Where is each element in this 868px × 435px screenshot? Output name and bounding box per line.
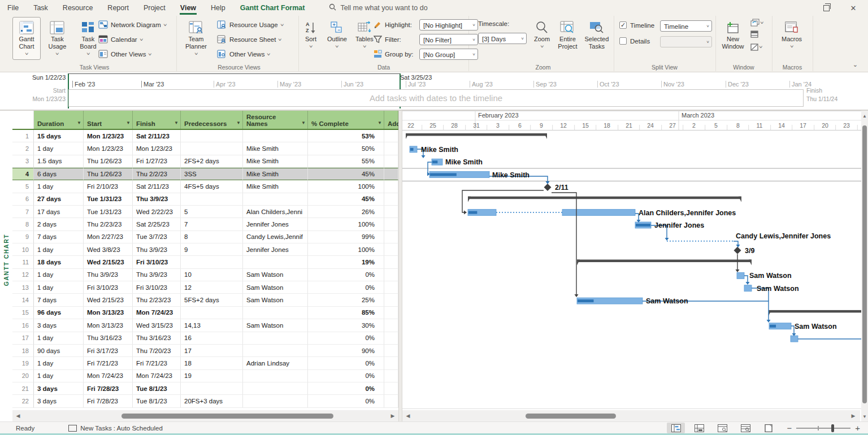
finish-cell[interactable]: Sat 2/11/23	[133, 130, 181, 142]
column-filter-icon[interactable]: ▼	[377, 120, 382, 127]
column-filter-icon[interactable]: ▼	[126, 120, 131, 127]
row-number-cell[interactable]: 18	[12, 345, 34, 357]
predecessors-cell[interactable]: 18	[181, 357, 243, 369]
table-chart-splitter[interactable]	[398, 111, 402, 421]
predecessors-cell[interactable]: 3SS	[181, 168, 243, 180]
zoom-slider-thumb[interactable]	[831, 424, 834, 432]
duration-cell[interactable]: 96 days	[34, 307, 84, 319]
menu-file[interactable]: File	[0, 0, 26, 16]
finish-cell[interactable]: Thu 7/20/23	[133, 345, 181, 357]
add-column-cell[interactable]	[384, 370, 398, 382]
entire-project-button[interactable]: Entire Project	[555, 17, 580, 60]
predecessors-cell[interactable]: 7	[181, 218, 243, 230]
zoom-slider[interactable]	[796, 424, 850, 432]
team-planner-view-shortcut[interactable]	[713, 423, 731, 433]
scroll-left-arrow[interactable]: ◀	[403, 411, 413, 420]
pct-complete-cell[interactable]: 0%	[308, 269, 384, 281]
network-diagram-button[interactable]: Network Diagram˅	[98, 18, 167, 32]
resource-names-cell[interactable]: Mike Smith	[243, 155, 308, 168]
start-cell[interactable]: Mon 2/27/23	[84, 231, 133, 243]
outline-button[interactable]: +− Outline˅	[324, 17, 350, 60]
pct-complete-cell[interactable]: 0%	[308, 370, 384, 382]
duration-cell[interactable]: 90 days	[34, 345, 84, 357]
pct-complete-cell[interactable]: 25%	[308, 294, 384, 306]
row-number-cell[interactable]: 10	[12, 243, 34, 256]
gantt-summary-bar[interactable]	[468, 197, 741, 199]
tell-me-search[interactable]: Tell me what you want to do	[329, 3, 427, 12]
add-column-cell[interactable]	[384, 142, 398, 155]
zoom-button[interactable]: Zoom˅	[531, 17, 553, 60]
add-column-cell[interactable]	[384, 243, 398, 256]
predecessors-cell[interactable]	[181, 382, 243, 395]
header-finish[interactable]: Finish▼	[133, 111, 181, 129]
row-number-cell[interactable]: 17	[12, 332, 34, 345]
gantt-day-label[interactable]: 17	[800, 122, 806, 129]
add-column-cell[interactable]	[384, 155, 398, 168]
scroll-right-arrow[interactable]: ▶	[388, 411, 397, 420]
column-filter-icon[interactable]: ▼	[301, 120, 306, 127]
resource-sheet-view-shortcut[interactable]	[736, 423, 754, 433]
pct-complete-cell[interactable]: 100%	[308, 218, 384, 230]
add-column-cell[interactable]	[384, 345, 398, 357]
resource-names-cell[interactable]	[243, 256, 308, 268]
predecessors-cell[interactable]	[181, 130, 243, 142]
resource-names-cell[interactable]	[243, 307, 308, 319]
resource-names-cell[interactable]	[243, 193, 308, 206]
hide-window-button[interactable]: ˅	[750, 44, 763, 51]
duration-cell[interactable]: 7 days	[34, 231, 84, 243]
duration-cell[interactable]: 1 day	[34, 332, 84, 345]
row-number-cell[interactable]: 2	[12, 142, 34, 155]
predecessors-cell[interactable]: 9	[181, 243, 243, 256]
add-column-cell[interactable]	[384, 130, 398, 142]
zoom-in-button[interactable]: +	[855, 423, 860, 433]
resource-names-cell[interactable]: Mike Smith	[243, 180, 308, 193]
tables-button[interactable]: Tables˅	[353, 17, 376, 60]
gantt-summary-bar[interactable]	[406, 133, 547, 136]
start-cell[interactable]: Mon 1/23/23	[84, 142, 133, 155]
finish-cell[interactable]: Tue 8/1/23	[133, 382, 181, 395]
gantt-day-label[interactable]: 5	[714, 122, 718, 129]
pct-complete-cell[interactable]: 55%	[308, 155, 384, 168]
start-cell[interactable]: Tue 1/31/23	[84, 206, 133, 218]
add-column-cell[interactable]	[384, 231, 398, 243]
duration-cell[interactable]: 3 days	[34, 395, 84, 407]
predecessors-cell[interactable]: 19	[181, 370, 243, 382]
gantt-day-label[interactable]: 21	[626, 122, 632, 129]
resource-names-cell[interactable]	[243, 382, 308, 395]
finish-cell[interactable]: Thu 3/16/23	[133, 332, 181, 345]
start-cell[interactable]: Mon 3/13/23	[84, 319, 133, 332]
duration-cell[interactable]: 1 day	[34, 269, 84, 281]
finish-cell[interactable]: Sat 2/25/23	[133, 218, 181, 230]
add-column-cell[interactable]	[384, 206, 398, 218]
duration-cell[interactable]: 1 day	[34, 357, 84, 369]
predecessors-cell[interactable]: 2FS+2 days	[181, 155, 243, 168]
gantt-day-label[interactable]: 27	[669, 122, 676, 129]
gantt-milestone[interactable]	[734, 247, 741, 254]
pct-complete-cell[interactable]: 99%	[308, 231, 384, 243]
pct-complete-cell[interactable]: 0%	[308, 357, 384, 369]
predecessors-cell[interactable]: 10	[181, 269, 243, 281]
status-new-tasks[interactable]: New Tasks : Auto Scheduled	[80, 425, 163, 432]
gantt-vertical-scrollbar[interactable]: ▲ ▼	[861, 111, 868, 421]
scroll-up-arrow[interactable]: ▲	[861, 112, 868, 120]
add-column-cell[interactable]	[384, 269, 398, 281]
row-number-cell[interactable]: 4	[12, 168, 34, 180]
row-number-cell[interactable]: 7	[12, 206, 34, 218]
predecessors-cell[interactable]: 5	[181, 206, 243, 218]
gantt-day-label[interactable]: 28	[451, 122, 458, 129]
duration-cell[interactable]: 1 day	[34, 281, 84, 294]
finish-cell[interactable]: Fri 3/10/23	[133, 256, 181, 268]
row-number-cell[interactable]: 9	[12, 231, 34, 243]
predecessors-cell[interactable]: 14,13	[181, 319, 243, 332]
gantt-day-label[interactable]: 2	[692, 122, 696, 129]
start-cell[interactable]: Mon 3/13/23	[84, 307, 133, 319]
add-column-cell[interactable]	[384, 357, 398, 369]
timeline-checkbox[interactable]: ✓	[619, 21, 627, 29]
arrange-all-button[interactable]	[750, 30, 763, 40]
row-number-cell[interactable]: 6	[12, 193, 34, 206]
switch-windows-button[interactable]: ˅	[750, 19, 763, 27]
menu-help[interactable]: Help	[203, 0, 233, 16]
add-column-cell[interactable]	[384, 256, 398, 268]
row-number-cell[interactable]: 14	[12, 294, 34, 306]
gantt-day-label[interactable]: 12	[560, 122, 567, 129]
